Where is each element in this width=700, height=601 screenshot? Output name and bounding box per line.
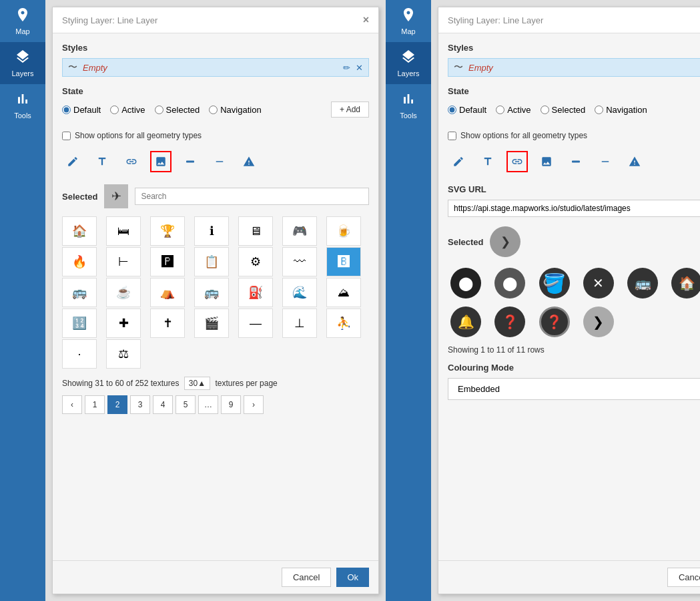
icon-cell[interactable]: 🅿 [150,247,185,276]
per-page-select[interactable]: 30 ▲ [184,377,210,390]
sidebar2-item-layers[interactable]: Layers [386,42,431,84]
state-active[interactable]: Active [110,105,145,115]
svg-url-input[interactable] [448,200,700,217]
right-tab-pencil-btn[interactable] [448,151,469,172]
right-state-selected[interactable]: Selected [541,105,586,115]
icon-cell[interactable]: 🌊 [282,278,317,307]
right-tab-link-btn[interactable] [506,151,528,172]
circle-cell[interactable]: 🏠 [669,265,700,301]
icon-cell[interactable]: ⚙ [238,247,273,276]
right-tab-triangle-btn[interactable] [624,151,645,172]
styles-edit-btn[interactable]: ✏ [343,63,350,73]
state-default[interactable]: Default [62,105,101,115]
icon-cell[interactable]: ⚖ [106,339,141,369]
icon-cell[interactable]: ℹ [194,216,229,246]
icon-cell[interactable]: 🛏 [106,216,141,246]
page-5-btn[interactable]: 5 [176,395,196,414]
sidebar-item-tools[interactable]: Tools [0,84,45,126]
styles-delete-btn[interactable]: ✕ [356,63,363,73]
colouring-select[interactable]: Embedded [448,378,700,400]
page-1-btn[interactable]: 1 [85,395,105,414]
icon-cell[interactable]: — [238,309,273,338]
right-state-navigation[interactable]: Navigation [595,105,647,115]
page-prev-btn[interactable]: ‹ [62,395,82,414]
state-navigation[interactable]: Navigation [209,105,261,115]
icon-cell[interactable]: 🍺 [326,216,361,246]
left-panel: Styling Layer: Line Layer × Styles 〜 Emp… [52,7,379,594]
icon-cell[interactable]: 🎬 [194,309,229,338]
show-options-checkbox[interactable] [62,132,71,140]
add-button[interactable]: + Add [331,102,369,118]
state-section: State Default Active Selected [62,86,369,123]
circle-cell[interactable]: ⬤ [448,265,484,301]
icon-grid: 🏠 🛏 🏆 ℹ 🖥 🎮 🍺 🔥 ⊢ 🅿 📋 ⚙ 〰 🅱 🚌 ☕ ⛺ 🚌 ⛽ [62,216,369,369]
icon-cell[interactable]: 🔥 [62,247,97,276]
icon-cell[interactable]: 🚌 [62,278,97,307]
circle-cell[interactable]: 🪣 [537,265,573,301]
circle-icon: 🏠 [671,268,700,298]
left-cancel-btn[interactable]: Cancel [282,568,331,587]
circle-cell[interactable]: ✕ [581,265,617,301]
left-panel-close-btn[interactable]: × [363,14,369,26]
icon-cell[interactable]: ✝ [150,309,185,338]
circle-cell[interactable]: ❓ [537,304,573,340]
right-panel-body: Styles 〜 Empty ✏ ✕ State Default Active [438,33,700,560]
circle-cell[interactable]: ⬤ [492,265,528,301]
circle-cell[interactable]: 🚌 [625,265,661,301]
circle-cell[interactable]: 🔔 [448,304,484,340]
icon-cell[interactable]: · [62,339,97,369]
icon-cell[interactable]: 🖥 [238,216,273,246]
right-state-active[interactable]: Active [496,105,531,115]
icon-cell[interactable]: ⛺ [150,278,185,307]
icon-cell[interactable]: ⊢ [106,247,141,276]
sidebar-item-map[interactable]: Map [0,0,45,42]
tab-triangle-btn[interactable] [238,151,260,172]
tab-pencil-btn[interactable] [62,151,83,172]
show-options-label: Show options for all geometry types [75,131,202,140]
tab-text-btn[interactable] [91,151,113,172]
circle-cell[interactable]: ❯ [581,304,617,340]
right-state-default[interactable]: Default [448,105,486,115]
tab-a-btn[interactable] [180,151,201,172]
page-2-btn[interactable]: 2 [107,395,127,414]
right-tab-a-btn[interactable] [565,151,587,172]
icon-cell[interactable]: 🎮 [282,216,317,246]
right-tab-image-btn[interactable] [536,151,557,172]
right-show-options-checkbox[interactable] [448,132,456,140]
icon-cell[interactable]: ✚ [106,309,141,338]
icon-cell[interactable]: ☕ [106,278,141,307]
state-selected[interactable]: Selected [155,105,200,115]
right-cancel-btn[interactable]: Cancel [667,568,700,587]
icon-cell[interactable]: ⛽ [238,278,273,307]
right-panel-header: Styling Layer: Line Layer × [438,7,700,33]
icon-cell[interactable]: 📋 [194,247,229,276]
icon-cell[interactable]: ⛰ [326,278,361,307]
right-tab-text-btn[interactable] [477,151,498,172]
circle-cell[interactable]: ❓ [492,304,528,340]
icon-cell[interactable]: 🏠 [62,216,97,246]
search-input[interactable] [135,188,369,205]
styles-label: Styles [62,43,369,53]
icon-cell[interactable]: 🚌 [194,278,229,307]
sidebar-item-layers[interactable]: Layers [0,42,45,84]
page-next-btn[interactable]: › [244,395,264,414]
right-styles-row: 〜 Empty ✏ ✕ [448,58,700,77]
tab-line-btn[interactable] [209,151,230,172]
icon-cell[interactable]: ⊥ [282,309,317,338]
icon-cell[interactable]: 🏆 [150,216,185,246]
sidebar2-item-tools[interactable]: Tools [386,84,431,126]
icon-cell[interactable]: 🔢 [62,309,97,338]
tab-image-btn[interactable] [150,151,171,172]
icon-cell[interactable]: 〰 [282,247,317,276]
left-ok-btn[interactable]: Ok [336,568,369,587]
right-tab-line-btn[interactable] [595,151,616,172]
right-styles-label: Styles [448,43,700,53]
icon-cell[interactable]: ⛹ [326,309,361,338]
state-label: State [62,86,369,96]
icon-cell-blue[interactable]: 🅱 [326,247,361,276]
tab-link-btn[interactable] [121,151,142,172]
sidebar2-item-map[interactable]: Map [386,0,431,42]
page-9-btn[interactable]: 9 [221,395,241,414]
page-3-btn[interactable]: 3 [130,395,150,414]
page-4-btn[interactable]: 4 [153,395,173,414]
